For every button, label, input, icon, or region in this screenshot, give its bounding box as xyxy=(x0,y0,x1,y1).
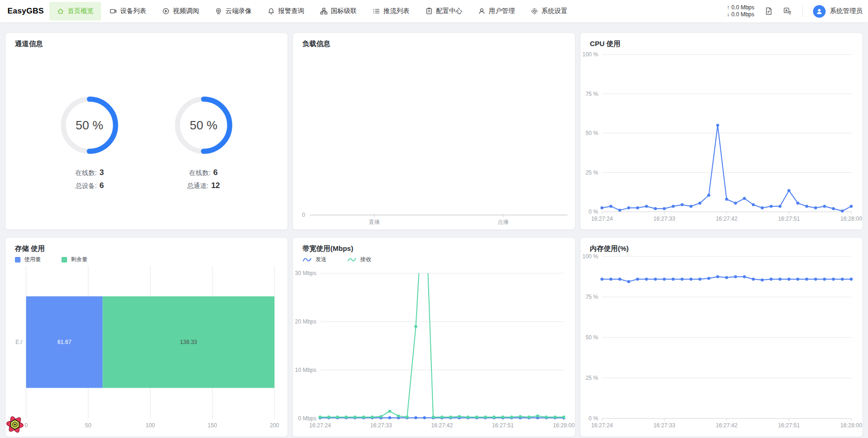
svg-text:100 %: 100 % xyxy=(582,253,598,260)
svg-text:16:28:00: 16:28:00 xyxy=(553,422,575,429)
panel-load-info: 负载信息 0直播点播 xyxy=(293,33,575,229)
channel-gauge-block: 50 % 在线数:6 总通道:12 xyxy=(174,95,233,192)
nav-item-label: 系统设置 xyxy=(541,7,567,15)
channel-gauges: 50 % 在线数:3 总设备:6 50 % 在线数:6 总通道:12 xyxy=(6,95,287,192)
panel-channel-info: 通道信息 50 % 在线数:3 总设备:6 50 % 在线数:6 总通道:12 xyxy=(6,33,287,229)
send-wave-icon xyxy=(302,257,312,263)
legend-label: 发送 xyxy=(315,256,327,263)
download-arrow-icon: ↓ xyxy=(727,11,730,18)
stat-label: 在线数: xyxy=(75,169,97,176)
panel-bandwidth-usage: 带宽使用(Mbps) 发送 接收 0 Mbps10 Mbps20 Mbps30 … xyxy=(293,238,575,437)
svg-text:200: 200 xyxy=(270,422,279,429)
stat-label: 在线数: xyxy=(189,169,211,176)
nav-item-label: 云端录像 xyxy=(226,7,252,15)
nav-item-config-center[interactable]: 配置中心 xyxy=(418,2,470,20)
legend-item-receive[interactable]: 接收 xyxy=(347,256,371,263)
svg-text:30 Mbps: 30 Mbps xyxy=(295,270,316,276)
avatar xyxy=(813,5,826,18)
panel-title: 通道信息 xyxy=(15,40,43,48)
svg-text:0 %: 0 % xyxy=(588,209,598,215)
svg-text:100: 100 xyxy=(145,422,155,429)
main-menu: 首页概览 设备列表 视频调阅 云端录像 报警查询 国标级联 推流列表 配置中心 xyxy=(49,0,575,22)
channel-gauge-stats: 在线数:6 总通道:12 xyxy=(187,166,220,192)
legend-item-free[interactable]: 剩余量 xyxy=(62,256,88,263)
panel-cpu-usage: CPU 使用 0 %25 %50 %75 %100 %16:27:2416:27… xyxy=(581,33,862,229)
language-translate-icon[interactable]: A xyxy=(783,7,792,16)
user-menu[interactable]: 系统管理员 xyxy=(813,5,862,18)
stat-value: 6 xyxy=(100,181,104,190)
svg-text:61.67: 61.67 xyxy=(57,339,71,345)
svg-text:25 %: 25 % xyxy=(586,375,599,381)
load-info-chart: 0直播点播 xyxy=(293,33,575,229)
device-gauge-stats: 在线数:3 总设备:6 xyxy=(75,166,104,192)
svg-text:A: A xyxy=(785,8,788,13)
svg-text:150: 150 xyxy=(208,422,217,429)
svg-text:138.33: 138.33 xyxy=(180,339,197,345)
svg-text:10 Mbps: 10 Mbps xyxy=(295,367,316,373)
svg-text:16:27:33: 16:27:33 xyxy=(653,422,675,429)
nav-item-gb-cascade[interactable]: 国标级联 xyxy=(313,2,364,20)
video-play-icon xyxy=(162,7,170,15)
stat-value: 3 xyxy=(100,168,104,177)
svg-text:75 %: 75 % xyxy=(586,91,599,97)
svg-text:16:27:42: 16:27:42 xyxy=(716,216,738,222)
panel-storage-usage: 存储 使用 使用量 剩余量 05010015020061.67138.33E:/ xyxy=(6,238,287,437)
svg-text:75 %: 75 % xyxy=(586,294,599,300)
config-center-icon xyxy=(425,7,433,15)
channel-online-gauge: 50 % xyxy=(174,95,233,155)
nav-item-label: 配置中心 xyxy=(436,7,462,15)
panel-title: 负载信息 xyxy=(302,40,330,48)
panel-memory-usage: 内存使用(%) 0 %25 %50 %75 %100 %16:27:2416:2… xyxy=(581,238,862,437)
stat-label: 总通道: xyxy=(187,182,208,189)
nav-item-device-list[interactable]: 设备列表 xyxy=(102,2,154,20)
legend-label: 剩余量 xyxy=(71,256,88,263)
storage-usage-chart: 05010015020061.67138.33E:/ xyxy=(6,238,287,437)
home-icon xyxy=(57,7,64,15)
brand-logo: EasyGBS xyxy=(7,7,44,16)
device-list-icon xyxy=(109,7,117,15)
document-icon[interactable] xyxy=(765,7,773,15)
panel-title: CPU 使用 xyxy=(590,40,621,48)
avatar-user-icon xyxy=(816,8,823,15)
download-rate: 0.0 Mbps xyxy=(731,11,754,18)
bandwidth-usage-chart: 0 Mbps10 Mbps20 Mbps30 Mbps16:27:2416:27… xyxy=(293,238,575,437)
legend-item-used[interactable]: 使用量 xyxy=(15,256,41,263)
bandwidth-legend: 发送 接收 xyxy=(302,256,371,263)
used-swatch xyxy=(15,257,21,263)
nav-item-user-management[interactable]: 用户管理 xyxy=(471,2,522,20)
svg-text:50 %: 50 % xyxy=(586,334,599,341)
network-rates: ↑0.0 Mbps ↓0.0 Mbps xyxy=(727,4,754,18)
nav-item-cloud-record[interactable]: 云端录像 xyxy=(207,2,259,20)
legend-label: 使用量 xyxy=(24,256,41,263)
nav-item-video-review[interactable]: 视频调阅 xyxy=(155,2,206,20)
nav-item-system-settings[interactable]: 系统设置 xyxy=(523,2,575,20)
svg-text:16:27:24: 16:27:24 xyxy=(591,216,613,222)
nav-item-alarm-query[interactable]: 报警查询 xyxy=(260,2,312,20)
cascade-icon xyxy=(320,7,328,15)
upload-rate: 0.0 Mbps xyxy=(731,4,754,11)
svg-text:16:27:51: 16:27:51 xyxy=(778,422,800,429)
stat-label: 总设备: xyxy=(75,182,97,189)
nav-item-push-stream-list[interactable]: 推流列表 xyxy=(365,2,417,20)
cpu-usage-chart: 0 %25 %50 %75 %100 %16:27:2416:27:3316:2… xyxy=(581,33,862,229)
memory-usage-chart: 0 %25 %50 %75 %100 %16:27:2416:27:3316:2… xyxy=(581,238,862,437)
dashboard-grid: 通道信息 50 % 在线数:3 总设备:6 50 % 在线数:6 总通道:12 … xyxy=(0,22,868,437)
svg-text:点播: 点播 xyxy=(498,219,509,225)
svg-text:50 %: 50 % xyxy=(586,130,599,136)
svg-text:25 %: 25 % xyxy=(586,169,599,176)
panel-title: 带宽使用(Mbps) xyxy=(302,244,353,253)
svg-text:0 Mbps: 0 Mbps xyxy=(298,415,316,422)
legend-item-send[interactable]: 发送 xyxy=(302,256,327,263)
nav-item-home-overview[interactable]: 首页概览 xyxy=(49,2,101,20)
svg-text:50 %: 50 % xyxy=(190,118,217,132)
svg-text:16:27:51: 16:27:51 xyxy=(778,216,800,222)
free-swatch xyxy=(62,257,67,263)
svg-text:16:27:24: 16:27:24 xyxy=(591,422,613,429)
nav-item-label: 国标级联 xyxy=(331,7,357,15)
upload-arrow-icon: ↑ xyxy=(727,4,730,11)
device-online-gauge: 50 % xyxy=(60,95,119,155)
receive-wave-icon xyxy=(347,257,356,263)
svg-text:16:27:42: 16:27:42 xyxy=(716,422,738,429)
svg-text:16:27:24: 16:27:24 xyxy=(309,422,331,429)
device-gauge-block: 50 % 在线数:3 总设备:6 xyxy=(60,95,119,192)
